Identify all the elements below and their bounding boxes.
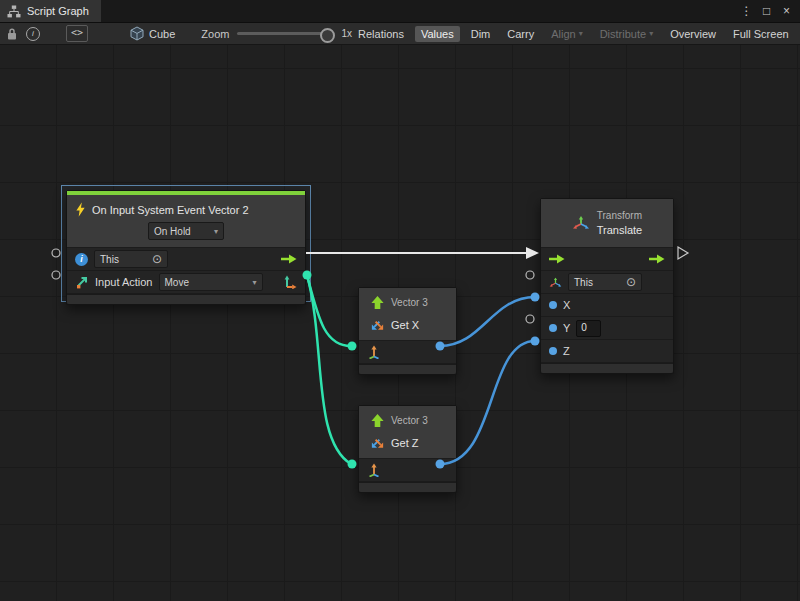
target-object[interactable]: Cube [130,26,175,41]
unconnected-port-translate-y[interactable] [526,315,534,323]
node-footer [359,482,456,492]
input-action-dropdown[interactable]: Move ▾ [159,273,263,291]
window-controls: ⋮ □ × [738,0,800,22]
event-mode-dropdown[interactable]: On Hold ▾ [148,222,224,240]
unconnected-port-event-this[interactable] [52,249,60,257]
chevron-down-icon: ▾ [649,29,653,38]
node-footer [67,294,305,304]
toolbar-button-group: Relations Values Dim Carry Align ▾ Distr… [352,26,795,42]
get-x-title: Get X [391,319,419,331]
code-preview-toggle[interactable]: <> [66,25,88,42]
zoom-slider[interactable] [237,32,333,35]
this-object-field[interactable]: This ⊙ [568,273,642,291]
wire-flow-arrowhead [526,247,539,259]
z-input-port[interactable] [549,347,557,355]
event-mode-value: On Hold [154,226,191,237]
node-get-z[interactable]: Vector 3 Get Z [358,405,457,493]
target-picker-icon[interactable]: ⊙ [626,277,636,287]
vector3-input-port-icon[interactable] [367,463,381,477]
flow-input-port[interactable] [549,254,565,264]
graph-toolbar: i <> Cube Zoom 1x Relations Values Dim C… [0,23,800,45]
input-action-label: Input Action [95,276,153,288]
this-label: This [574,277,593,288]
chevron-down-icon: ▾ [214,227,218,236]
flow-output-port[interactable] [281,254,297,264]
get-component-icon [370,436,385,451]
align-label: Align [551,28,575,40]
unconnected-flow-output[interactable] [678,247,688,259]
graph-icon [7,5,21,18]
cube-icon [130,26,144,41]
get-x-category: Vector 3 [391,297,428,308]
event-node-header: On Input System Event Vector 2 On Hold ▾ [67,195,305,248]
align-dropdown[interactable]: Align ▾ [545,26,588,42]
dim-button[interactable]: Dim [465,26,497,42]
port-dot-getz-input[interactable] [348,460,357,469]
vector3-icon [370,413,385,428]
translate-x-row: X [541,294,673,317]
window-menu-icon[interactable]: ⋮ [738,2,755,20]
this-info-icon: i [75,253,88,266]
get-z-title: Get Z [391,437,419,449]
x-port-label: X [563,299,570,311]
node-get-x[interactable]: Vector 3 Get X [358,287,457,375]
zoom-control: Zoom 1x [201,28,352,40]
vector3-input-port-icon[interactable] [367,345,381,359]
get-z-port-row [359,459,456,482]
translate-title: Translate [597,223,642,237]
distribute-dropdown[interactable]: Distribute ▾ [594,26,659,42]
translate-flow-row [541,248,673,271]
port-row-input-action: Input Action Move ▾ [67,271,305,294]
port-dot-translate-x[interactable] [531,293,540,302]
port-dot-translate-z[interactable] [531,337,540,346]
get-component-icon [370,318,385,333]
values-button[interactable]: Values [415,26,460,42]
wire-vector2-to-getz[interactable] [307,275,351,464]
y-port-label: Y [563,322,570,334]
port-row-this: i This ⊙ [67,248,305,271]
close-icon[interactable]: × [778,2,795,20]
x-input-port[interactable] [549,301,557,309]
node-translate[interactable]: Transform Translate This ⊙ X [540,198,674,374]
maximize-icon[interactable]: □ [758,2,775,20]
node-footer [541,363,673,373]
lock-icon[interactable] [6,27,18,41]
unconnected-port-translate-this[interactable] [526,271,534,279]
y-value-input[interactable]: 0 [576,320,601,337]
window-title: Script Graph [27,5,89,17]
vector3-icon [370,295,385,310]
transform-mini-icon [549,277,562,288]
y-input-port[interactable] [549,324,557,332]
chevron-down-icon: ▾ [579,29,583,38]
get-z-category: Vector 3 [391,415,428,426]
input-action-icon [75,275,89,289]
tab-script-graph[interactable]: Script Graph [0,0,101,22]
translate-header: Transform Translate [541,199,673,248]
event-node-title: On Input System Event Vector 2 [92,204,249,216]
vector2-output-port[interactable] [283,275,297,289]
zoom-slider-handle[interactable] [320,28,335,43]
carry-button[interactable]: Carry [501,26,540,42]
this-object-field[interactable]: This ⊙ [94,250,168,268]
translate-this-row: This ⊙ [541,271,673,294]
title-bar: Script Graph ⋮ □ × [0,0,800,23]
target-picker-icon[interactable]: ⊙ [152,254,162,264]
translate-z-row: Z [541,340,673,363]
overview-button[interactable]: Overview [664,26,722,42]
flow-output-port[interactable] [649,254,665,264]
node-on-input-system-event[interactable]: On Input System Event Vector 2 On Hold ▾… [66,190,306,305]
translate-y-row: Y 0 [541,317,673,340]
port-dot-getx-input[interactable] [348,342,357,351]
distribute-label: Distribute [600,28,646,40]
translate-category: Transform [597,209,642,223]
graph-canvas[interactable]: On Input System Event Vector 2 On Hold ▾… [0,45,800,601]
info-icon[interactable]: i [26,27,40,41]
this-label: This [100,254,119,265]
zoom-label: Zoom [201,28,229,40]
target-object-label: Cube [149,28,175,40]
unconnected-port-event-input-action[interactable] [52,271,60,279]
full-screen-button[interactable]: Full Screen [727,26,795,42]
get-x-header: Vector 3 Get X [359,288,456,341]
wire-vector2-to-getx[interactable] [307,275,351,346]
relations-button[interactable]: Relations [352,26,410,42]
